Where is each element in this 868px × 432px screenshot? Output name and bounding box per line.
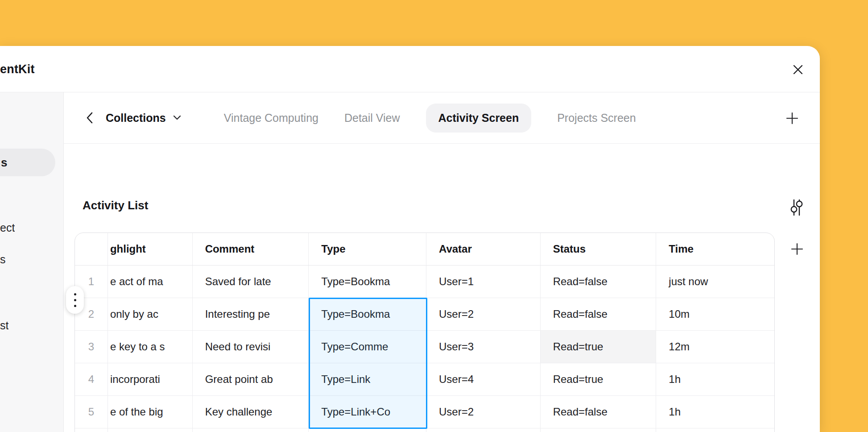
plus-icon — [790, 242, 804, 256]
cell-type[interactable]: Type=Link+Co — [309, 428, 426, 432]
cell-type[interactable]: Type=Link+Co — [309, 396, 426, 428]
sidebar-item[interactable]: ect — [0, 221, 15, 234]
dot — [74, 293, 76, 295]
app-title: entKit — [0, 46, 35, 92]
cell-ghlight[interactable]: e of the big — [108, 396, 193, 428]
screen-background: entKit sectsst Collections — [0, 0, 868, 432]
cell-ghlight[interactable]: incorporati — [108, 363, 193, 395]
row-number[interactable]: 4 — [75, 363, 108, 395]
back-button[interactable] — [82, 110, 98, 126]
sidebar: sectsst — [0, 92, 64, 432]
sidebar-item[interactable]: s — [0, 149, 55, 176]
cell-comment[interactable]: Saved for late — [193, 266, 309, 298]
add-column-button[interactable] — [789, 241, 806, 258]
sliders-icon — [790, 198, 803, 217]
cell-time[interactable]: 1h — [656, 363, 774, 395]
cell-avatar[interactable]: User=4 — [426, 363, 541, 395]
cell-ghlight[interactable]: e act of ma — [108, 266, 193, 298]
sidebar-item[interactable]: st — [0, 319, 8, 332]
tab-vintage-computing[interactable]: Vintage Computing — [224, 112, 318, 125]
cell-type[interactable]: Type=Bookma — [309, 298, 426, 330]
tab-projects-screen[interactable]: Projects Screen — [557, 112, 636, 125]
cell-avatar[interactable]: User=3 — [426, 331, 541, 363]
cell-avatar[interactable]: User=1 — [426, 428, 541, 432]
column-header-avatar[interactable]: Avatar — [426, 233, 541, 265]
cell-status[interactable]: Read=false — [541, 266, 657, 298]
table-row: 2only by acInteresting peType=BookmaUser… — [75, 298, 774, 331]
cell-ghlight[interactable]: only by ac — [108, 298, 193, 330]
cell-type[interactable]: Type=Bookma — [309, 266, 426, 298]
plus-icon — [785, 111, 799, 125]
column-header-comment[interactable]: Comment — [193, 233, 309, 265]
close-button[interactable] — [789, 60, 807, 79]
activity-table: ghlightCommentTypeAvatarStatusTime 1e ac… — [74, 233, 775, 432]
cell-comment[interactable]: Key challenge — [193, 396, 309, 428]
table-header-row: ghlightCommentTypeAvatarStatusTime — [75, 233, 774, 266]
cell-type[interactable]: Type=Comme — [309, 331, 426, 363]
table-body: 1e act of maSaved for lateType=BookmaUse… — [75, 266, 774, 432]
cell-type[interactable]: Type=Link — [309, 363, 426, 395]
table-row: 3e key to a sNeed to revisiType=CommeUse… — [75, 331, 774, 363]
window-header: entKit — [0, 46, 820, 92]
cell-avatar[interactable]: User=1 — [426, 266, 541, 298]
close-icon — [791, 63, 805, 76]
table-row: 5e of the bigKey challengeType=Link+CoUs… — [75, 396, 774, 428]
cell-status[interactable]: Read=true — [541, 331, 657, 363]
table-row: 6understandUseful framevType=Link+CoUser… — [75, 428, 774, 432]
column-header-row-number[interactable] — [75, 233, 108, 265]
column-header-time[interactable]: Time — [656, 233, 774, 265]
tab-detail-view[interactable]: Detail View — [344, 112, 400, 125]
tab-activity-screen[interactable]: Activity Screen — [426, 104, 532, 133]
collections-label: Collections — [106, 112, 166, 125]
cell-ghlight[interactable]: understand — [108, 428, 193, 432]
tab-list: Vintage ComputingDetail ViewActivity Scr… — [224, 104, 636, 133]
cell-comment[interactable]: Great point ab — [193, 363, 309, 395]
row-number[interactable]: 5 — [75, 396, 108, 428]
row-drag-handle[interactable] — [66, 286, 84, 314]
cell-time[interactable]: 10m — [656, 298, 774, 330]
column-header-ghlight[interactable]: ghlight — [108, 233, 193, 265]
dot — [74, 299, 76, 301]
row-number[interactable]: 3 — [75, 331, 108, 363]
filters-button[interactable] — [787, 198, 806, 217]
chevron-down-icon — [173, 115, 181, 120]
cell-status[interactable]: Read=true — [541, 428, 657, 432]
cell-status[interactable]: Read=true — [541, 363, 657, 395]
cell-ghlight[interactable]: e key to a s — [108, 331, 193, 363]
dot — [74, 305, 76, 307]
table-row: 4incorporatiGreat point abType=LinkUser=… — [75, 363, 774, 396]
cell-time[interactable]: just now — [656, 266, 774, 298]
cell-status[interactable]: Read=false — [541, 396, 657, 428]
cell-avatar[interactable]: User=2 — [426, 396, 541, 428]
plugin-window: entKit sectsst Collections — [0, 46, 820, 432]
cell-time[interactable]: 5h — [656, 428, 774, 432]
table-row: 1e act of maSaved for lateType=BookmaUse… — [75, 266, 774, 298]
column-header-status[interactable]: Status — [541, 233, 657, 265]
add-tab-button[interactable] — [784, 110, 800, 126]
tab-bar: Collections Vintage ComputingDetail View… — [64, 92, 820, 144]
chevron-left-icon — [85, 111, 95, 125]
cell-time[interactable]: 12m — [656, 331, 774, 363]
cell-avatar[interactable]: User=2 — [426, 298, 541, 330]
cell-comment[interactable]: Useful framev — [193, 428, 309, 432]
cell-time[interactable]: 1h — [656, 396, 774, 428]
cell-comment[interactable]: Interesting pe — [193, 298, 309, 330]
cell-comment[interactable]: Need to revisi — [193, 331, 309, 363]
column-header-type[interactable]: Type — [309, 233, 426, 265]
list-title: Activity List — [83, 199, 148, 212]
cell-status[interactable]: Read=false — [541, 298, 657, 330]
collections-dropdown[interactable]: Collections — [106, 112, 181, 125]
sidebar-item[interactable]: s — [0, 253, 6, 266]
row-number[interactable]: 6 — [75, 428, 108, 432]
main-panel: Collections Vintage ComputingDetail View… — [64, 92, 820, 432]
